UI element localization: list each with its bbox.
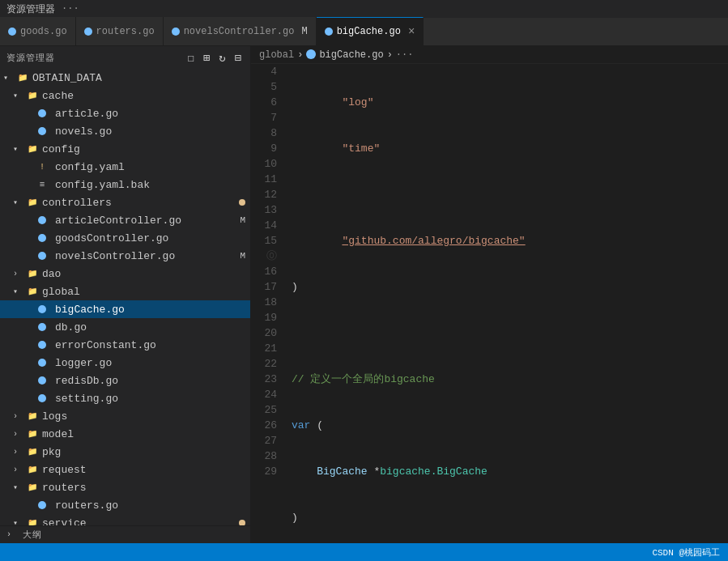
tree-folder-model[interactable]: › 📁 model [0,425,250,443]
novels-ctrl-label: novelsController.go [55,250,175,262]
logs-arrow: › [13,412,26,421]
tree-setting-go[interactable]: setting.go [0,389,250,407]
breadcrumb-sep1: › [297,49,303,61]
routers-folder-icon: 📁 [26,481,39,494]
breadcrumb: global › bigCache.go › ··· [251,46,728,64]
tree-folder-dao[interactable]: › 📁 dao [0,265,250,283]
tree-folder-controllers[interactable]: ▾ 📁 controllers [0,193,250,211]
routers-go-label: routers.go [55,499,118,512]
global-arrow: ▾ [13,287,26,296]
tree-article-controller[interactable]: articleController.go M [0,211,250,229]
routers-tab-icon [84,28,92,36]
outline-arrow: › [6,530,19,539]
bigcache-close-icon[interactable]: × [408,26,415,37]
db-icon [36,321,49,334]
code-line-5: "time" [292,141,728,156]
tree-root[interactable]: ▾ 📁 OBTAIN_DATA [0,69,250,87]
new-folder-icon[interactable]: ⊞ [202,49,212,66]
article-cache-label: article.go [55,108,118,120]
tree-routers-go[interactable]: routers.go [0,496,250,514]
tree-folder-routers[interactable]: ▾ 📁 routers [0,478,250,496]
error-const-label: errorConstant.go [55,339,156,351]
model-label: model [42,428,74,440]
goods-ctrl-icon [36,232,49,244]
tabs-bar: goods.go routers.go novelsController.go … [0,18,728,46]
editor-area: global › bigCache.go › ··· 4 5 6 7 8 9 1… [251,46,728,543]
novels-ctrl-icon [36,249,49,262]
global-label: global [42,286,80,298]
root-arrow: ▾ [3,73,16,83]
tree-logger-go[interactable]: logger.go [0,354,250,372]
tree-folder-cache[interactable]: ▾ 📁 cache [0,87,250,104]
dao-label: dao [42,268,61,280]
article-ctrl-label: articleController.go [55,215,181,227]
pkg-folder-icon: 📁 [26,445,39,458]
tree-article-go-cache[interactable]: article.go [0,104,250,122]
dao-folder-icon: 📁 [26,267,39,280]
status-text: CSDN @桃园码工 [652,546,720,559]
cache-folder-icon: 📁 [26,89,39,102]
breadcrumb-file: bigCache.go [306,49,383,61]
tree-folder-config[interactable]: ▾ 📁 config [0,140,250,158]
routers-tab-label: routers.go [96,26,155,37]
tab-novels[interactable]: novelsController.go M [164,17,317,45]
pkg-label: pkg [42,446,61,458]
novels-ctrl-modified: M [240,251,245,261]
tree-config-yaml[interactable]: ! config.yaml [0,158,250,176]
tree-novels-go-cache[interactable]: novels.go [0,122,250,140]
tree-redis-db[interactable]: redisDb.go [0,372,250,389]
routers-arrow: ▾ [13,482,26,492]
collapse-icon[interactable]: ⊟ [233,49,244,66]
tree-folder-pkg[interactable]: › 📁 pkg [0,443,250,461]
status-bar: CSDN @桃园码工 [0,543,728,561]
tree-folder-logs[interactable]: › 📁 logs [0,407,250,425]
article-cache-icon [36,107,49,120]
breadcrumb-global: global [259,49,294,61]
breadcrumb-sep2: › [387,49,393,61]
goods-ctrl-label: goodsController.go [55,232,168,244]
config-bak-icon: ≡ [36,178,49,191]
setting-label: setting.go [55,393,118,405]
cache-arrow: ▾ [13,91,26,100]
novels-cache-label: novels.go [55,125,112,138]
tree-config-yaml-bak[interactable]: ≡ config.yaml.bak [0,176,250,193]
sidebar-tree: ▾ 📁 OBTAIN_DATA ▾ 📁 cache article.go nov… [0,69,250,525]
tree-folder-global[interactable]: ▾ 📁 global [0,283,250,300]
setting-icon [36,392,49,405]
novels-tab-icon [172,28,180,36]
code-line-4: "log" [292,95,728,110]
dao-arrow: › [13,270,26,278]
tree-folder-request[interactable]: › 📁 request [0,461,250,478]
logs-folder-icon: 📁 [26,410,39,423]
tree-goods-controller[interactable]: goodsController.go [0,229,250,247]
tree-error-constant[interactable]: errorConstant.go [0,336,250,354]
tree-novels-controller[interactable]: novelsController.go M [0,247,250,265]
model-arrow: › [13,430,26,439]
tree-folder-service[interactable]: ▾ 📁 service [0,514,250,525]
code-line-8: ) [292,279,728,295]
outline-section[interactable]: › 大纲 [0,525,250,543]
code-content: "log" "time" "github.com/allegro/bigcach… [283,64,728,543]
code-line-12: BigCache *bigcache.BigCache [292,464,728,479]
tree-db-go[interactable]: db.go [0,318,250,336]
refresh-icon[interactable]: ↻ [217,49,228,66]
tab-goods[interactable]: goods.go [0,17,76,45]
tab-bigcache[interactable]: bigCache.go × [317,17,424,45]
novels-modified-indicator: M [301,26,307,37]
new-file-icon[interactable]: ☐ [185,49,196,66]
code-line-7: "github.com/allegro/bigcache" [292,233,728,249]
redis-icon [36,374,49,387]
code-area[interactable]: 4 5 6 7 8 9 10 11 12 13 14 15 ⓪ 16 17 18… [251,64,728,543]
tree-bigcache-go[interactable]: bigCache.go [0,300,250,318]
tab-routers[interactable]: routers.go [76,17,164,45]
controllers-folder-icon: 📁 [26,196,39,209]
model-folder-icon: 📁 [26,427,39,440]
goods-tab-label: goods.go [20,26,67,37]
sidebar-header: 资源管理器 ☐ ⊞ ↻ ⊟ [0,46,250,69]
breadcrumb-ellipsis: ··· [396,49,414,61]
config-bak-label: config.yaml.bak [55,179,150,191]
request-folder-icon: 📁 [26,463,39,476]
bigcache-tab-label: bigCache.go [337,26,401,37]
outline-label: 大纲 [23,529,42,541]
title-bar: 资源管理器 ··· [0,0,728,18]
